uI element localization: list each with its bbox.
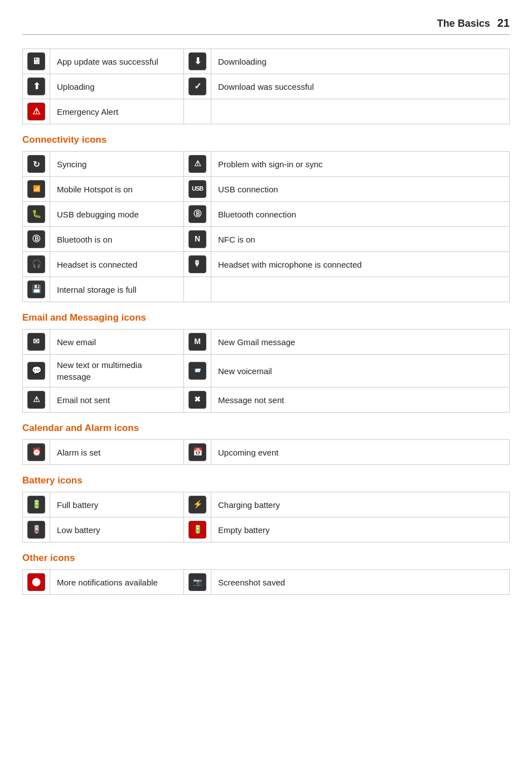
section-title-connectivity: Connectivity icons bbox=[22, 134, 510, 146]
usb-connection-icon: USB bbox=[188, 180, 206, 198]
calendar-table: ⏰ Alarm is set 📅 Upcoming event bbox=[22, 439, 510, 465]
new-text-icon: 💬 bbox=[27, 362, 45, 380]
label-cell: New text or multimedia message bbox=[50, 355, 184, 388]
table-row: ⚠ Emergency Alert bbox=[23, 99, 510, 124]
label-cell: Headset is connected bbox=[50, 252, 184, 277]
hotspot-icon: 📶 bbox=[27, 180, 45, 198]
icon-cell: Ⓑ bbox=[184, 202, 211, 227]
other-table: ⬤ More notifications available 📷 Screens… bbox=[22, 569, 510, 595]
label-cell: Bluetooth connection bbox=[211, 202, 510, 227]
icon-cell: 📶 bbox=[23, 177, 50, 202]
label-cell: More notifications available bbox=[50, 570, 184, 595]
section-title-other: Other icons bbox=[22, 553, 510, 564]
table-row: ↻ Syncing ⚠ Problem with sign-in or sync bbox=[23, 152, 510, 177]
bluetooth-connection-icon: Ⓑ bbox=[188, 205, 206, 223]
empty-battery-icon: 🔋 bbox=[188, 521, 206, 539]
icon-cell: 📨 bbox=[184, 355, 211, 388]
table-row: ✉ New email M New Gmail message bbox=[23, 330, 510, 355]
table-row: Ⓑ Bluetooth is on N NFC is on bbox=[23, 227, 510, 252]
icon-cell: 🎙 bbox=[184, 252, 211, 277]
nfc-icon: N bbox=[188, 230, 206, 248]
email-table: ✉ New email M New Gmail message 💬 New te… bbox=[22, 329, 510, 413]
label-cell: Alarm is set bbox=[50, 440, 184, 465]
icon-cell: ⚠ bbox=[184, 152, 211, 177]
label-cell: Download was successful bbox=[211, 74, 510, 99]
table-row: 💾 Internal storage is full bbox=[23, 277, 510, 302]
section-title-battery: Battery icons bbox=[22, 475, 510, 486]
icon-cell: Ⓑ bbox=[23, 227, 50, 252]
label-cell: Screenshot saved bbox=[211, 570, 510, 595]
label-cell bbox=[211, 99, 510, 124]
headset-connected-icon: 🎧 bbox=[27, 255, 45, 273]
icon-cell: ✖ bbox=[184, 388, 211, 413]
section-title-calendar: Calendar and Alarm icons bbox=[22, 423, 510, 434]
screenshot-saved-icon: 📷 bbox=[188, 573, 206, 591]
icon-cell: ✉ bbox=[23, 330, 50, 355]
label-cell: Headset with microphone is connected bbox=[211, 252, 510, 277]
label-cell: USB debugging mode bbox=[50, 202, 184, 227]
section-title-email: Email and Messaging icons bbox=[22, 312, 510, 323]
icon-cell: M bbox=[184, 330, 211, 355]
icon-cell: USB bbox=[184, 177, 211, 202]
icon-cell bbox=[184, 99, 211, 124]
label-cell: Upcoming event bbox=[211, 440, 510, 465]
label-cell: Low battery bbox=[50, 517, 184, 543]
icon-cell: 🎧 bbox=[23, 252, 50, 277]
connectivity-table: ↻ Syncing ⚠ Problem with sign-in or sync… bbox=[22, 151, 510, 302]
icon-cell: N bbox=[184, 227, 211, 252]
app-update-icon: 🖥 bbox=[27, 52, 45, 70]
label-cell: Message not sent bbox=[211, 388, 510, 413]
icon-cell: ⬆ bbox=[23, 74, 50, 99]
icon-cell: 🔋 bbox=[23, 492, 50, 517]
label-cell: Mobile Hotspot is on bbox=[50, 177, 184, 202]
table-row: ⬤ More notifications available 📷 Screens… bbox=[23, 570, 510, 595]
charging-battery-icon: ⚡ bbox=[188, 496, 206, 514]
email-not-sent-icon: ⚠ bbox=[27, 391, 45, 409]
table-row: 🖥 App update was successful ⬇ Downloadin… bbox=[23, 49, 510, 74]
label-cell bbox=[211, 277, 510, 302]
emergency-alert-icon: ⚠ bbox=[27, 103, 45, 120]
full-battery-icon: 🔋 bbox=[27, 496, 45, 514]
label-cell: Full battery bbox=[50, 492, 184, 517]
icon-cell: ⏰ bbox=[23, 440, 50, 465]
label-cell: New email bbox=[50, 330, 184, 355]
icon-cell: ⬤ bbox=[23, 570, 50, 595]
bluetooth-on-icon: Ⓑ bbox=[27, 230, 45, 248]
label-cell: New Gmail message bbox=[211, 330, 510, 355]
icon-cell: ⬇ bbox=[184, 49, 211, 74]
label-cell: Empty battery bbox=[211, 517, 510, 543]
battery-table: 🔋 Full battery ⚡ Charging battery 🪫 Low … bbox=[22, 492, 510, 543]
icon-cell: 🪫 bbox=[23, 517, 50, 543]
new-voicemail-icon: 📨 bbox=[188, 362, 206, 380]
chapter-title: The Basics bbox=[437, 18, 490, 29]
upcoming-event-icon: 📅 bbox=[188, 443, 206, 461]
table-row: 📶 Mobile Hotspot is on USB USB connectio… bbox=[23, 177, 510, 202]
storage-full-icon: 💾 bbox=[27, 280, 45, 298]
table-row: 💬 New text or multimedia message 📨 New v… bbox=[23, 355, 510, 388]
page-number: 21 bbox=[497, 17, 510, 29]
table-row: ⚠ Email not sent ✖ Message not sent bbox=[23, 388, 510, 413]
label-cell: New voicemail bbox=[211, 355, 510, 388]
label-cell: Emergency Alert bbox=[50, 99, 184, 124]
icon-cell bbox=[184, 277, 211, 302]
label-cell: App update was successful bbox=[50, 49, 184, 74]
download-success-icon: ✓ bbox=[188, 78, 206, 95]
new-gmail-icon: M bbox=[188, 333, 206, 351]
top-table: 🖥 App update was successful ⬇ Downloadin… bbox=[22, 49, 510, 124]
label-cell: NFC is on bbox=[211, 227, 510, 252]
label-cell: Uploading bbox=[50, 74, 184, 99]
label-cell: Charging battery bbox=[211, 492, 510, 517]
icon-cell: 📷 bbox=[184, 570, 211, 595]
signin-problem-icon: ⚠ bbox=[188, 155, 206, 173]
table-row: 🔋 Full battery ⚡ Charging battery bbox=[23, 492, 510, 517]
label-cell: USB connection bbox=[211, 177, 510, 202]
icon-cell: ↻ bbox=[23, 152, 50, 177]
icon-cell: ⚠ bbox=[23, 388, 50, 413]
uploading-icon: ⬆ bbox=[27, 78, 45, 95]
headset-mic-icon: 🎙 bbox=[188, 255, 206, 273]
label-cell: Email not sent bbox=[50, 388, 184, 413]
icon-cell: ⚡ bbox=[184, 492, 211, 517]
page-header: The Basics 21 bbox=[22, 17, 510, 35]
label-cell: Internal storage is full bbox=[50, 277, 184, 302]
icon-cell: 🐛 bbox=[23, 202, 50, 227]
